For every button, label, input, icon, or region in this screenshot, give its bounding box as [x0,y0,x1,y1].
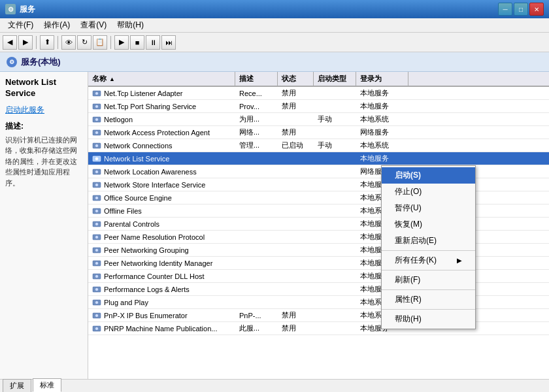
table-row[interactable]: PNRP Machine Name Publication... 此服... 禁… [88,322,549,335]
context-menu-item[interactable]: 停止(O) [382,184,475,200]
svg-point-19 [95,209,99,212]
table-row[interactable]: Peer Name Resolution Protocol 本地服务 [88,231,549,244]
td-desc: Rece... [235,88,278,99]
table-row[interactable]: Offline Files 本地系统 [88,204,549,218]
th-desc[interactable]: 描述 [235,72,278,86]
table-row[interactable]: Network Location Awareness 网络服务 [88,165,549,178]
table-row[interactable]: Net.Tcp Listener Adapter Rece... 禁用 本地服务 [88,87,549,100]
svg-point-9 [95,144,99,147]
service-name-text: Plug and Play [104,299,148,306]
context-menu-sep [382,289,475,290]
td-name: Peer Networking Identity Manager [88,257,235,269]
service-name-text: Peer Networking Grouping [104,246,189,254]
menu-view[interactable]: 查看(V) [75,18,112,32]
table-row[interactable]: Network Store Interface Service 本地服务 [88,178,549,191]
table-row[interactable]: Plug and Play 本地系统 [88,296,549,309]
table-row[interactable]: Network Connections 管理... 已启动 手动 本地系统 [88,139,549,152]
svg-point-37 [95,327,99,330]
minimize-button[interactable]: ─ [498,3,512,16]
td-status [278,157,314,160]
context-menu-item[interactable]: 属性(R) [382,291,475,308]
td-status [278,301,314,304]
svg-point-23 [95,235,99,238]
context-menu-item[interactable]: 重新启动(E) [382,233,475,249]
menu-action[interactable]: 操作(A) [39,18,75,32]
play-button[interactable]: ▶ [114,35,129,50]
th-login[interactable]: 登录为 [356,72,408,86]
td-status [278,223,314,225]
service-icon [92,311,101,320]
table-row[interactable]: Performance Counter DLL Host 本地服务 [88,270,549,283]
service-icon [92,89,101,98]
td-start: 手动 [314,139,356,152]
context-menu-item[interactable]: 帮助(H) [382,311,475,327]
td-name: PnP-X IP Bus Enumerator [88,310,235,321]
td-status: 禁用 [278,322,314,335]
context-menu-sep [382,270,475,270]
td-desc: 网络... [235,126,278,139]
context-menu-item[interactable]: 恢复(M) [382,216,475,233]
context-menu-item[interactable]: 暂停(U) [382,200,475,216]
service-name-text: Peer Networking Identity Manager [104,259,212,267]
service-name-text: Network Store Interface Service [104,181,205,189]
service-icon [92,285,101,294]
td-login: 本地系统 [356,113,408,125]
td-desc [235,210,278,212]
ctx-item-label: 停止(O) [395,186,422,197]
table-row[interactable]: Parental Controls 本地服务 [88,218,549,231]
th-start[interactable]: 启动类型 [314,72,356,86]
service-name-text: Parental Controls [104,220,159,228]
td-desc: PnP-... [235,310,278,321]
services-table[interactable]: 名称▲ 描述 状态 启动类型 登录为 Net.Tcp Listener Adap… [88,72,549,379]
refresh-button[interactable]: ↻ [77,35,92,50]
td-desc [235,301,278,304]
table-row[interactable]: Peer Networking Grouping 本地服务 [88,244,549,257]
menu-help[interactable]: 帮助(H) [112,18,149,32]
td-name: Office Source Engine [88,192,235,204]
service-icon [92,298,101,307]
context-menu-item[interactable]: 刷新(F) [382,272,475,288]
up-button[interactable]: ⬆ [40,35,54,50]
menu-file[interactable]: 文件(F) [3,18,39,32]
context-menu-sep [382,250,475,251]
table-row[interactable]: Net.Tcp Port Sharing Service Prov... 禁用 … [88,100,549,113]
table-row[interactable]: Network List Service 本地服务 [88,152,549,165]
service-icon [92,324,101,333]
start-service-link[interactable]: 启动此服务 [5,105,44,114]
tab-standard[interactable]: 标准 [33,378,61,392]
table-row[interactable]: Peer Networking Identity Manager 本地服务 [88,257,549,270]
context-menu-item[interactable]: 所有任务(K)▶ [382,252,475,269]
td-name: Parental Controls [88,218,235,230]
td-status [278,171,314,173]
service-name-text: Net.Tcp Port Sharing Service [104,103,196,110]
service-name-text: Network Location Awareness [104,168,197,176]
restart-button[interactable]: ⏭ [161,35,176,50]
show-hide-button[interactable]: 👁 [61,35,76,50]
table-row[interactable]: Performance Logs & Alerts 本地服务 [88,283,549,296]
left-panel-title: Network List Service [5,77,82,99]
td-status: 已启动 [278,139,314,152]
td-name: Network List Service [88,153,235,165]
context-menu-sep [382,309,475,310]
td-start [314,288,356,291]
td-start [314,105,356,108]
close-button[interactable]: ✕ [529,3,544,16]
service-icon [92,154,101,163]
table-row[interactable]: Netlogon 为用... 手动 本地系统 [88,113,549,126]
export-button[interactable]: 📋 [93,35,107,50]
th-status[interactable]: 状态 [278,72,314,86]
service-icon [92,206,101,216]
forward-button[interactable]: ▶ [18,35,33,50]
table-row[interactable]: PnP-X IP Bus Enumerator PnP-... 禁用 本地系统 [88,309,549,322]
th-name[interactable]: 名称▲ [88,72,235,86]
table-row[interactable]: Network Access Protection Agent 网络... 禁用… [88,126,549,139]
pause-button[interactable]: ⏸ [146,35,160,50]
maximize-button[interactable]: □ [514,3,528,16]
back-button[interactable]: ◀ [3,35,17,50]
context-menu-item[interactable]: 启动(S) [382,167,475,184]
td-start [314,301,356,304]
td-status: 禁用 [278,126,314,139]
stop-button[interactable]: ■ [130,35,144,50]
tab-expand[interactable]: 扩展 [3,379,31,392]
table-row[interactable]: Office Source Engine 本地系统 [88,191,549,204]
